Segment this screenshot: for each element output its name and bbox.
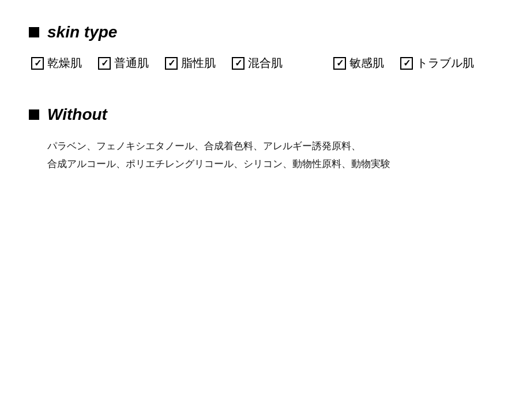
skin-type-item-oily: 脂性肌 bbox=[165, 55, 216, 71]
without-icon bbox=[29, 109, 39, 120]
skin-type-label-oily: 脂性肌 bbox=[181, 55, 216, 71]
skin-type-title: skin type bbox=[47, 23, 117, 41]
checkbox-combination bbox=[232, 57, 245, 70]
skin-type-label-sensitive: 敏感肌 bbox=[349, 55, 384, 71]
skin-type-label-normal: 普通肌 bbox=[114, 55, 149, 71]
without-line2: 合成アルコール、ポリエチレングリコール、シリコン、動物性原料、動物実験 bbox=[47, 158, 390, 169]
skin-type-item-sensitive: 敏感肌 bbox=[333, 55, 384, 71]
skin-type-list: 乾燥肌 普通肌 脂性肌 混合肌 敏感肌 トラブル肌 bbox=[29, 55, 490, 71]
skin-type-item-trouble: トラブル肌 bbox=[400, 55, 474, 71]
checkbox-dry bbox=[31, 57, 44, 70]
without-header: Without bbox=[29, 105, 490, 124]
skin-type-item-normal: 普通肌 bbox=[98, 55, 149, 71]
skin-type-item-combination: 混合肌 bbox=[232, 55, 283, 71]
checkbox-normal bbox=[98, 57, 111, 70]
without-title: Without bbox=[47, 105, 107, 124]
checkbox-trouble bbox=[400, 57, 413, 70]
skin-type-item-dry: 乾燥肌 bbox=[31, 55, 82, 71]
without-line1: パラベン、フェノキシエタノール、合成着色料、アレルギー誘発原料、 bbox=[47, 141, 361, 152]
skin-type-label-combination: 混合肌 bbox=[248, 55, 283, 71]
checkbox-oily bbox=[165, 57, 178, 70]
checkbox-sensitive bbox=[333, 57, 346, 70]
without-section: Without パラベン、フェノキシエタノール、合成着色料、アレルギー誘発原料、… bbox=[29, 105, 490, 173]
skin-type-header: skin type bbox=[29, 23, 490, 41]
without-description: パラベン、フェノキシエタノール、合成着色料、アレルギー誘発原料、 合成アルコール… bbox=[29, 138, 490, 173]
skin-type-label-trouble: トラブル肌 bbox=[416, 55, 474, 71]
skin-type-label-dry: 乾燥肌 bbox=[47, 55, 82, 71]
skin-type-icon bbox=[29, 27, 39, 37]
skin-type-section: skin type 乾燥肌 普通肌 脂性肌 混合肌 敏感肌 トラブル肌 bbox=[29, 23, 490, 71]
